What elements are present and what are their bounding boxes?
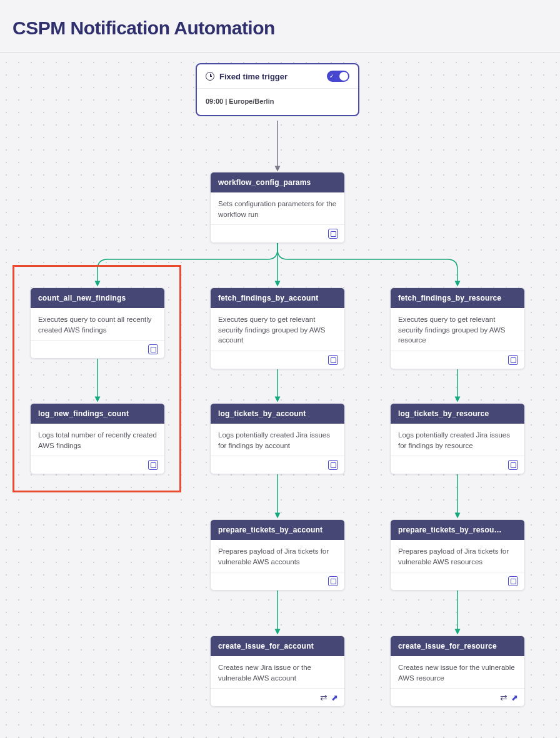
node-header: log_new_findings_count (31, 404, 164, 424)
page-title: CSPM Notification Automation (12, 17, 548, 39)
node-prepare-by-account[interactable]: prepare_tickets_by_account Prepares payl… (210, 519, 345, 591)
loop-http-icons: ⇄ ⬈ (500, 692, 518, 702)
action-type-icon (328, 460, 338, 470)
node-desc: Prepares payload of Jira tickets for vul… (391, 540, 524, 572)
trigger-title: Fixed time trigger (219, 72, 288, 81)
node-create-by-account[interactable]: create_issue_for_account Creates new Jir… (210, 636, 345, 707)
node-create-by-resource[interactable]: create_issue_for_resource Creates new is… (390, 636, 525, 707)
action-type-icon (328, 355, 338, 365)
loop-http-icons: ⇄ ⬈ (320, 692, 338, 702)
loop-icon: ⇄ (320, 692, 328, 702)
node-footer (391, 456, 524, 474)
trigger-toggle[interactable]: ✓ (327, 71, 349, 82)
node-footer (211, 572, 344, 590)
node-footer: ⇄ ⬈ (211, 688, 344, 706)
node-header: count_all_new_findings (31, 288, 164, 308)
node-desc: Logs potentially created Jira issues for… (211, 424, 344, 456)
node-header: prepare_tickets_by_account (211, 520, 344, 540)
action-type-icon (148, 344, 158, 354)
loop-icon: ⇄ (500, 692, 508, 702)
node-workflow-config[interactable]: workflow_config_params Sets configuratio… (210, 172, 345, 243)
node-footer (211, 351, 344, 369)
node-desc: Executes query to get relevant security … (211, 308, 344, 351)
toggle-knob (339, 72, 348, 81)
node-footer (211, 224, 344, 242)
page-header: CSPM Notification Automation (0, 0, 560, 53)
http-icon: ⬈ (331, 693, 338, 702)
node-desc: Creates new Jira issue or the vulnerable… (211, 656, 344, 688)
action-type-icon (508, 460, 518, 470)
trigger-header: Fixed time trigger ✓ (197, 64, 358, 89)
action-type-icon (148, 460, 158, 470)
node-header: log_tickets_by_account (211, 404, 344, 424)
node-desc: Executes query to get relevant security … (391, 308, 524, 351)
node-header: prepare_tickets_by_resou… (391, 520, 524, 540)
action-type-icon (328, 229, 338, 239)
workflow-canvas[interactable]: Fixed time trigger ✓ 09:00 | Europe/Berl… (0, 53, 560, 734)
node-header: workflow_config_params (211, 172, 344, 192)
node-header: fetch_findings_by_resource (391, 288, 524, 308)
node-desc: Creates new issue for the vulnerable AWS… (391, 656, 524, 688)
node-footer (31, 340, 164, 358)
node-footer (391, 351, 524, 369)
trigger-schedule: 09:00 | Europe/Berlin (197, 89, 358, 115)
trigger-node[interactable]: Fixed time trigger ✓ 09:00 | Europe/Berl… (196, 63, 359, 116)
node-log-findings[interactable]: log_new_findings_count Logs total number… (30, 403, 165, 474)
node-count-findings[interactable]: count_all_new_findings Executes query to… (30, 287, 165, 359)
action-type-icon (328, 576, 338, 586)
node-footer (211, 456, 344, 474)
node-footer (391, 572, 524, 590)
action-type-icon (508, 355, 518, 365)
http-icon: ⬈ (511, 693, 518, 702)
node-fetch-by-account[interactable]: fetch_findings_by_account Executes query… (210, 287, 345, 369)
node-desc: Logs total number of recently created AW… (31, 424, 164, 456)
node-desc: Sets configuration parameters for the wo… (211, 192, 344, 224)
node-header: fetch_findings_by_account (211, 288, 344, 308)
connector-layer (0, 53, 560, 734)
node-header: create_issue_for_resource (391, 636, 524, 656)
node-fetch-by-resource[interactable]: fetch_findings_by_resource Executes quer… (390, 287, 525, 369)
node-footer: ⇄ ⬈ (391, 688, 524, 706)
check-icon: ✓ (329, 73, 334, 79)
node-log-by-account[interactable]: log_tickets_by_account Logs potentially … (210, 403, 345, 474)
node-desc: Prepares payload of Jira tickets for vul… (211, 540, 344, 572)
clock-icon (206, 72, 214, 81)
node-header: log_tickets_by_resource (391, 404, 524, 424)
node-footer (31, 456, 164, 474)
action-type-icon (508, 576, 518, 586)
node-prepare-by-resource[interactable]: prepare_tickets_by_resou… Prepares paylo… (390, 519, 525, 591)
node-log-by-resource[interactable]: log_tickets_by_resource Logs potentially… (390, 403, 525, 474)
trigger-label-group: Fixed time trigger (206, 72, 288, 81)
node-desc: Executes query to count all recently cre… (31, 308, 164, 340)
node-desc: Logs potentially created Jira issues for… (391, 424, 524, 456)
node-header: create_issue_for_account (211, 636, 344, 656)
